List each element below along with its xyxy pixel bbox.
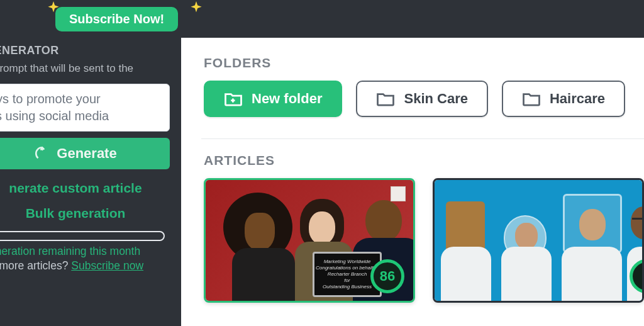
subscribe-now-link[interactable]: Subscribe now xyxy=(71,259,143,272)
leaf-icon xyxy=(34,145,50,162)
article-card[interactable]: 8 xyxy=(433,178,644,303)
topbar: Subscribe Now! xyxy=(0,0,644,38)
progress-bar xyxy=(0,231,165,241)
generation-quota-progress xyxy=(0,231,175,241)
prompt-description: prompt that will be sent to the xyxy=(0,60,181,81)
article-card[interactable]: Marketing Worldwide Congratulations on b… xyxy=(204,178,415,303)
folder-icon xyxy=(376,91,395,107)
folder-label: Haircare xyxy=(550,91,605,107)
divider xyxy=(201,138,644,139)
folders-header: FOLDERS xyxy=(204,55,644,70)
folder-button-skincare[interactable]: Skin Care xyxy=(356,81,488,117)
generate-custom-article-link[interactable]: nerate custom article xyxy=(0,176,170,201)
subscribe-now-button[interactable]: Subscribe Now! xyxy=(55,7,178,31)
prompt-input[interactable]: ays to promote your ss using social medi… xyxy=(0,84,170,132)
generate-button[interactable]: Generate xyxy=(0,138,170,169)
folder-label: Skin Care xyxy=(404,91,468,107)
folder-icon xyxy=(522,91,541,107)
score-badge: 86 xyxy=(370,259,404,293)
want-more-text: nerate more articles? Subscribe now xyxy=(0,259,181,273)
new-folder-button[interactable]: New folder xyxy=(204,81,342,117)
article-thumbnail xyxy=(435,180,642,301)
folder-button-haircare[interactable]: Haircare xyxy=(502,81,625,117)
generate-label: Generate xyxy=(57,145,116,162)
bulk-generation-link[interactable]: Bulk generation xyxy=(0,201,170,226)
folders-row: New folder Skin Care Haircare xyxy=(204,81,644,117)
sidebar: GENERATOR prompt that will be sent to th… xyxy=(0,38,181,326)
sidebar-section-title: GENERATOR xyxy=(0,44,181,60)
want-more-prefix: nerate more articles? xyxy=(0,259,71,272)
main-panel: FOLDERS New folder Skin Care Haircare AR… xyxy=(181,38,644,326)
articles-header: ARTICLES xyxy=(204,153,644,168)
articles-row: Marketing Worldwide Congratulations on b… xyxy=(204,178,644,303)
select-checkbox[interactable] xyxy=(391,186,406,201)
remaining-text: 0/0 generation remaining this month xyxy=(0,245,181,258)
subscribe-now-label: Subscribe Now! xyxy=(69,12,164,26)
new-folder-label: New folder xyxy=(252,91,322,107)
folder-plus-icon xyxy=(224,91,243,107)
